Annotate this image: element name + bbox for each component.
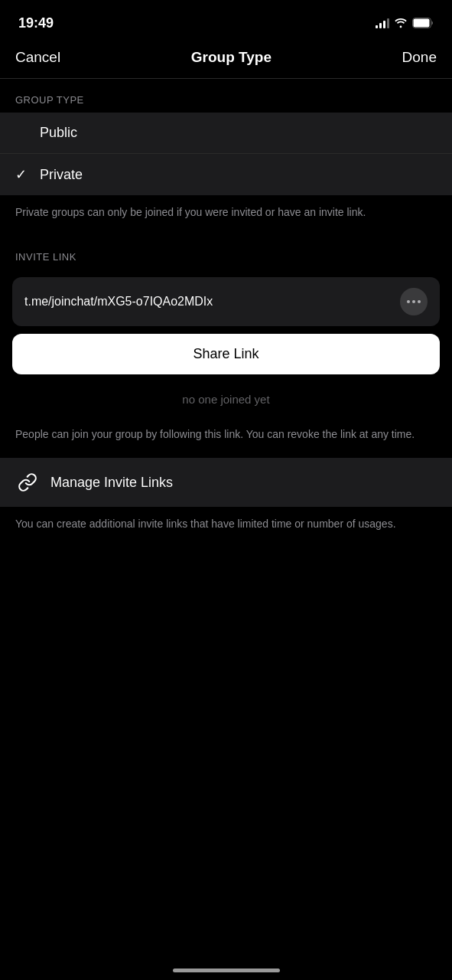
invite-link-text: t.me/joinchat/mXG5-o7IQAo2MDIx xyxy=(24,295,391,309)
no-one-joined-text: no one joined yet xyxy=(182,393,269,406)
public-label: Public xyxy=(40,125,437,141)
group-type-label: GROUP TYPE xyxy=(15,94,84,106)
invite-link-box: t.me/joinchat/mXG5-o7IQAo2MDIx xyxy=(12,277,440,326)
more-dots-icon xyxy=(407,300,421,303)
private-option[interactable]: ✓ Private xyxy=(0,153,452,195)
manage-invite-links-row[interactable]: Manage Invite Links xyxy=(0,458,452,507)
group-type-footer: Private groups can only be joined if you… xyxy=(0,195,452,236)
manage-invite-links-label: Manage Invite Links xyxy=(50,475,173,491)
group-type-section-header: GROUP TYPE xyxy=(0,79,452,113)
home-indicator xyxy=(173,969,280,972)
nav-bar: Cancel Group Type Done xyxy=(0,41,452,78)
invite-link-label: INVITE LINK xyxy=(15,251,76,263)
group-type-options: Public ✓ Private xyxy=(0,113,452,195)
share-link-button[interactable]: Share Link xyxy=(12,334,440,374)
private-check: ✓ xyxy=(15,166,37,183)
manage-footer: You can create additional invite links t… xyxy=(0,507,452,547)
battery-icon xyxy=(412,18,434,28)
cancel-button[interactable]: Cancel xyxy=(15,49,60,66)
svg-rect-1 xyxy=(414,19,430,28)
share-link-label: Share Link xyxy=(193,346,259,361)
private-label: Private xyxy=(40,167,437,183)
public-option[interactable]: Public xyxy=(0,113,452,153)
status-time: 19:49 xyxy=(18,15,54,31)
invite-link-section-header: INVITE LINK xyxy=(0,236,452,270)
manage-section: Manage Invite Links xyxy=(0,458,452,507)
status-bar: 19:49 xyxy=(0,0,452,41)
invite-link-footer-text: People can join your group by following … xyxy=(15,428,415,440)
status-icons xyxy=(376,18,434,28)
done-button[interactable]: Done xyxy=(402,49,437,66)
invite-link-footer: People can join your group by following … xyxy=(0,417,452,458)
wifi-icon xyxy=(394,18,408,28)
public-check xyxy=(15,125,37,141)
page-title: Group Type xyxy=(191,49,272,66)
more-options-button[interactable] xyxy=(400,288,428,315)
group-type-footer-text: Private groups can only be joined if you… xyxy=(15,206,366,218)
group-type-header-area: GROUP TYPE xyxy=(0,79,452,113)
invite-link-header-area: INVITE LINK xyxy=(0,236,452,270)
link-icon xyxy=(15,470,40,495)
no-one-joined-area: no one joined yet xyxy=(0,382,452,417)
manage-footer-text: You can create additional invite links t… xyxy=(15,518,396,530)
signal-icon xyxy=(376,18,389,28)
